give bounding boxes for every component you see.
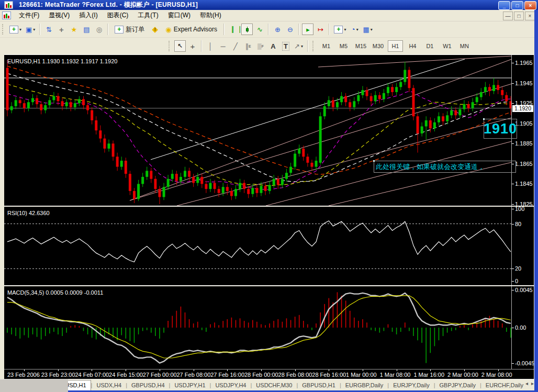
text-label-tool-button[interactable]: T <box>280 40 292 52</box>
timeframe-grip[interactable] <box>312 41 316 51</box>
time-label: 24 Feb 15:00 <box>109 372 143 378</box>
chart-window[interactable]: EURUSD,H1 1.1930 1.1932 1.1917 1.1920 19… <box>4 54 534 379</box>
macd-chart[interactable] <box>4 286 512 369</box>
chart-tab-gbpusd-h1[interactable]: GBPUSD,H1 <box>298 380 340 390</box>
menu-bar: 文件(F)显视(V)插入(I)图表(C)工具(T)窗口(W)帮助(H) <box>0 10 538 21</box>
timeframe-button-w1[interactable]: W1 <box>440 40 455 52</box>
macd-tick: -0.0045 <box>515 360 534 366</box>
trendline-tool[interactable]: ╱ <box>230 40 241 52</box>
timeframe-button-m5[interactable]: M5 <box>336 40 351 52</box>
chart-shift-button[interactable]: ↦ <box>315 24 326 35</box>
chart-tab-usdjpy-h1[interactable]: USDJPY,H1 <box>170 380 209 390</box>
chart-tab-eurjpy-daily[interactable]: EURJPY,Daily <box>389 380 434 390</box>
bar-chart-button[interactable]: ▕▏▕ <box>227 24 240 35</box>
chart-tab-usdx-h4[interactable]: USDX,H4 <box>92 380 126 390</box>
menu-item-1[interactable]: 显视(V) <box>44 9 74 21</box>
price-chart-pane[interactable]: EURUSD,H1 1.1930 1.1932 1.1917 1.1920 19… <box>4 55 534 206</box>
annotation-chinese-note[interactable]: 此处很关键，如果破就会改变通道， <box>374 161 516 173</box>
title-bar[interactable]: 126661: MetaTrader ?Forex Ltd. - 模拟帐户 - … <box>0 0 538 10</box>
timeframe-button-mn[interactable]: MN <box>457 40 472 52</box>
profiles-button[interactable]: ▣▾ <box>24 24 37 35</box>
chart-tab-gbpjpy-daily[interactable]: GBPJPY,Daily <box>435 380 480 390</box>
horizontal-line-tool[interactable]: ─ <box>217 40 229 52</box>
current-price-box: 1.1920 <box>512 105 533 112</box>
zoom-out-button[interactable]: ⊖ <box>284 24 296 35</box>
time-label: 1 Mar 16:00 <box>413 372 444 378</box>
new-chart-button[interactable]: +▾ <box>8 24 23 35</box>
menu-item-4[interactable]: 工具(T) <box>133 9 163 21</box>
time-label: 1 Mar 00:00 <box>346 372 377 378</box>
timeframe-button-m1[interactable]: M1 <box>319 40 334 52</box>
vertical-line-tool[interactable]: │ <box>205 40 216 52</box>
chart-tab-eurgbp-daily[interactable]: EURGBP,Daily <box>341 380 388 390</box>
time-axis[interactable]: 23 Feb 200623 Feb 23:0024 Feb 07:0024 Fe… <box>4 369 534 380</box>
time-label: 27 Feb 08:00 <box>177 372 211 378</box>
data-window-button[interactable]: + <box>55 24 67 35</box>
text-tool-button[interactable]: A <box>267 40 279 52</box>
child-close-button[interactable]: × <box>525 12 535 20</box>
chart-tab-usdchf-m30[interactable]: USDCHF,M30 <box>252 380 296 390</box>
chart-tab-gbpusd-h4[interactable]: GBPUSD,H4 <box>127 380 169 390</box>
periods-button[interactable]: ◔▾ <box>349 24 360 35</box>
zoom-in-button[interactable]: ⊕ <box>272 24 283 35</box>
maximize-button[interactable]: □ <box>511 1 523 10</box>
crosshair-tool-button[interactable]: + <box>187 40 198 52</box>
terminal-button[interactable]: ▤ <box>81 24 92 35</box>
time-label: 2 Mar 00:00 <box>447 372 478 378</box>
toolbar-grip[interactable] <box>2 24 5 35</box>
alert-icon[interactable]: ◆! <box>149 24 161 35</box>
price-tick: 1.1885 <box>515 140 533 147</box>
tab-scroll-right-button[interactable]: ▸ <box>531 380 534 386</box>
minimize-button[interactable]: _ <box>498 1 510 10</box>
expert-advisors-button[interactable]: ◉Expert Advisors <box>162 24 221 35</box>
child-restore-button[interactable]: □ <box>514 12 524 20</box>
new-order-button[interactable]: +新订单 <box>111 24 148 35</box>
arrows-tool-button[interactable]: ↗▾ <box>293 40 305 52</box>
price-tick: 1.1845 <box>515 181 533 187</box>
time-label: 27 Feb 16:00 <box>210 372 244 378</box>
candlestick-chart[interactable] <box>4 55 512 206</box>
menu-item-3[interactable]: 图表(C) <box>103 9 133 21</box>
fibonacci-tool[interactable]: ▒F <box>255 40 266 52</box>
navigator-button[interactable]: ★ <box>68 24 80 35</box>
timeframe-button-m15[interactable]: M15 <box>353 40 368 52</box>
strategy-tester-button[interactable]: ◎ <box>93 24 105 35</box>
equidistant-channel-tool[interactable]: ∥E <box>242 40 254 52</box>
timeframe-button-m30[interactable]: M30 <box>371 40 386 52</box>
indicators-button[interactable]: +▾ <box>332 24 348 35</box>
close-button[interactable]: × <box>524 1 536 10</box>
rsi-chart[interactable] <box>4 207 512 285</box>
time-label: 28 Feb 16:00 <box>312 372 346 378</box>
menu-item-6[interactable]: 帮助(H) <box>195 9 226 21</box>
rsi-tick: 0 <box>515 278 518 284</box>
menu-item-2[interactable]: 插入(I) <box>74 9 102 21</box>
tab-scroll-left-button[interactable]: ◂ <box>525 380 528 386</box>
time-label: 28 Feb 08:00 <box>278 372 312 378</box>
macd-tick: 0.0045 <box>515 287 533 293</box>
toolbar-grip2[interactable] <box>169 41 172 51</box>
chart-tab-usdjpy-h4[interactable]: USDJPY,H4 <box>211 380 250 390</box>
line-chart-button[interactable]: ∿ <box>254 24 265 35</box>
market-watch-button[interactable]: ⇅ <box>43 24 54 35</box>
time-label: 23 Feb 23:00 <box>41 372 75 378</box>
window-border-right <box>534 10 538 390</box>
cursor-tool-button[interactable]: ↖ <box>174 40 186 52</box>
timeframe-button-h1[interactable]: H1 <box>388 40 403 52</box>
auto-scroll-button[interactable]: ▸ <box>302 24 313 35</box>
timeframe-button-d1[interactable]: D1 <box>422 40 438 52</box>
macd-pane[interactable]: MACD(5,34,5) 0.0005 0.0009 -0.0011 0.004… <box>4 286 534 369</box>
timeframe-button-h4[interactable]: H4 <box>405 40 420 52</box>
standard-toolbar: +▾ ▣▾ ⇅ + ★ ▤ ◎ +新订单 ◆! ◉Expert Advisors… <box>0 21 538 38</box>
chart-tab-bar: EURUSD,H1|USDX,H4|GBPUSD,H4|USDJPY,H1|US… <box>0 379 538 390</box>
menu-item-0[interactable]: 文件(F) <box>14 9 44 21</box>
rsi-pane[interactable]: RSI(10) 42.6360 10080200 <box>4 207 534 285</box>
time-label: 27 Feb 00:00 <box>143 372 177 378</box>
child-minimize-button[interactable]: — <box>503 12 513 20</box>
time-label: 28 Feb 00:00 <box>244 372 278 378</box>
templates-button[interactable]: ▦▾ <box>361 24 374 35</box>
price-tick: 1.1965 <box>515 60 533 66</box>
candlestick-chart-button[interactable] <box>241 24 253 35</box>
chart-tab-eurchf-daily[interactable]: EURCHF,Daily <box>481 380 528 390</box>
menu-item-5[interactable]: 窗口(W) <box>163 9 195 21</box>
annotation-1910-label[interactable]: 1910 <box>484 119 517 139</box>
